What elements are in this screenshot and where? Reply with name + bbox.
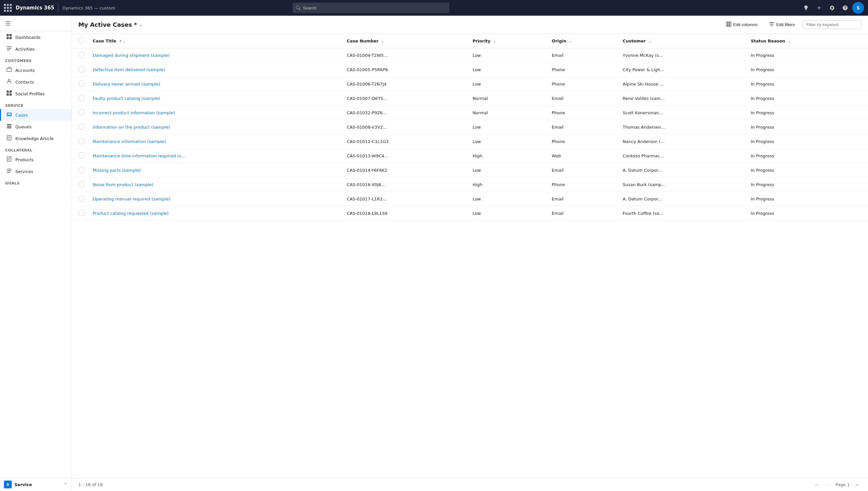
col-header-case-number[interactable]: Case Number ⌄	[343, 34, 469, 48]
hamburger-menu[interactable]: ☰	[5, 20, 10, 27]
row-priority: Low	[469, 63, 548, 77]
sort-icon-origin: ⌄	[569, 39, 572, 43]
lightbulb-button[interactable]	[800, 2, 812, 14]
row-origin: Phone	[548, 135, 619, 149]
filter-by-keyword-input[interactable]	[803, 20, 862, 29]
table-row[interactable]: Incorrect product information (sample) C…	[72, 106, 868, 120]
col-header-origin[interactable]: Origin ⌄	[548, 34, 619, 48]
svg-rect-28	[728, 22, 729, 26]
row-checkbox[interactable]	[78, 167, 85, 173]
row-case-title[interactable]: Faulty product catalog (sample)	[89, 91, 343, 106]
row-case-title[interactable]: Noise from product (sample)	[89, 178, 343, 192]
row-select-cell[interactable]	[72, 135, 89, 149]
col-header-customer[interactable]: Customer ⌄	[619, 34, 747, 48]
row-select-cell[interactable]	[72, 77, 89, 91]
sort-icon-case-title: ↑ ⌄	[119, 39, 126, 43]
row-select-cell[interactable]	[72, 149, 89, 163]
svg-point-8	[8, 79, 10, 81]
row-select-cell[interactable]	[72, 206, 89, 221]
row-select-cell[interactable]	[72, 91, 89, 106]
first-page-button[interactable]: ⇤	[813, 481, 821, 488]
table-row[interactable]: Operating manual required (sample) CAS-0…	[72, 192, 868, 206]
row-case-title[interactable]: Delivery never arrived (sample)	[89, 77, 343, 91]
row-select-cell[interactable]	[72, 63, 89, 77]
row-case-title[interactable]: Maintenance information (sample)	[89, 135, 343, 149]
col-header-priority[interactable]: Priority ⌄	[469, 34, 548, 48]
next-page-button[interactable]: →	[852, 481, 862, 488]
edit-columns-button[interactable]: Edit columns	[722, 20, 761, 30]
row-checkbox[interactable]	[78, 80, 85, 87]
edit-filters-button[interactable]: Edit filters	[765, 20, 799, 30]
select-all-header[interactable]	[72, 34, 89, 48]
sidebar-item-cases[interactable]: Cases	[0, 109, 71, 121]
row-case-title[interactable]: Maintenance time information required (s…	[89, 149, 343, 163]
table-row[interactable]: Noise from product (sample) CAS-01016-X0…	[72, 178, 868, 192]
row-checkbox[interactable]	[78, 138, 85, 144]
col-header-case-title[interactable]: Case Title ↑ ⌄	[89, 34, 343, 48]
sidebar-item-queues[interactable]: Queues	[0, 121, 71, 133]
table-row[interactable]: Maintenance information (sample) CAS-010…	[72, 135, 868, 149]
footer-chevron[interactable]: ⌃	[64, 482, 67, 487]
sidebar-item-activities[interactable]: Activities	[0, 43, 71, 55]
knowledge-article-icon	[6, 135, 12, 142]
app-launcher[interactable]	[4, 4, 12, 12]
cases-icon	[6, 112, 12, 118]
row-priority: Low	[469, 192, 548, 206]
row-checkbox[interactable]	[78, 109, 85, 116]
row-case-title[interactable]: Defective item delivered (sample)	[89, 63, 343, 77]
row-select-cell[interactable]	[72, 178, 89, 192]
edit-columns-icon	[726, 22, 731, 28]
row-select-cell[interactable]	[72, 106, 89, 120]
add-button[interactable]	[813, 2, 825, 14]
table-row[interactable]: Damaged during shipment (sample) CAS-010…	[72, 48, 868, 63]
table-row[interactable]: Delivery never arrived (sample) CAS-0100…	[72, 77, 868, 91]
sidebar-item-dashboards[interactable]: Dashboards	[0, 31, 71, 43]
row-checkbox[interactable]	[78, 66, 85, 73]
view-dropdown-icon[interactable]: ⌄	[139, 22, 143, 27]
settings-button[interactable]	[826, 2, 838, 14]
select-all-checkbox[interactable]	[78, 37, 85, 44]
sidebar-item-contacts[interactable]: Contacts	[0, 76, 71, 88]
sidebar-item-knowledge-article[interactable]: Knowledge Article	[0, 133, 71, 144]
row-checkbox[interactable]	[78, 123, 85, 130]
row-checkbox[interactable]	[78, 210, 85, 216]
row-checkbox[interactable]	[78, 195, 85, 202]
row-select-cell[interactable]	[72, 163, 89, 178]
row-checkbox[interactable]	[78, 95, 85, 101]
sidebar-item-services[interactable]: Services	[0, 166, 71, 177]
row-case-title[interactable]: Damaged during shipment (sample)	[89, 48, 343, 63]
row-select-cell[interactable]	[72, 48, 89, 63]
table-row[interactable]: Maintenance time information required (s…	[72, 149, 868, 163]
prev-page-button[interactable]: ←	[824, 481, 833, 488]
pagination-controls: ⇤ ← Page 1 →	[813, 481, 862, 488]
sidebar-item-social-profiles[interactable]: Social Profiles	[0, 88, 71, 99]
col-header-status-reason[interactable]: Status Reason ⌄	[747, 34, 868, 48]
table-row[interactable]: Missing parts (sample) CAS-01014-Y6F6K2 …	[72, 163, 868, 178]
table-row[interactable]: Faulty product catalog (sample) CAS-0100…	[72, 91, 868, 106]
row-checkbox[interactable]	[78, 181, 85, 187]
table-row[interactable]: Information on the product (sample) CAS-…	[72, 120, 868, 135]
help-button[interactable]	[839, 2, 851, 14]
global-search[interactable]	[293, 3, 449, 13]
row-case-number: CAS-01032-P9Z6...	[343, 106, 469, 120]
row-checkbox[interactable]	[78, 52, 85, 58]
row-case-title[interactable]: Incorrect product information (sample)	[89, 106, 343, 120]
row-customer: Alpine Ski House ...	[619, 77, 747, 91]
sidebar-item-products[interactable]: Products	[0, 154, 71, 166]
row-select-cell[interactable]	[72, 192, 89, 206]
row-case-title[interactable]: Information on the product (sample)	[89, 120, 343, 135]
row-origin: Email	[548, 48, 619, 63]
search-input[interactable]	[303, 5, 446, 10]
user-avatar[interactable]: S	[852, 2, 864, 14]
row-case-title[interactable]: Missing parts (sample)	[89, 163, 343, 178]
row-select-cell[interactable]	[72, 120, 89, 135]
row-checkbox[interactable]	[78, 152, 85, 158]
row-case-number: CAS-01011-C1L1G3	[343, 135, 469, 149]
footer-service-label[interactable]: S Service	[4, 481, 32, 488]
row-origin: Email	[548, 120, 619, 135]
row-case-title[interactable]: Product catalog requested (sample)	[89, 206, 343, 221]
table-row[interactable]: Defective item delivered (sample) CAS-01…	[72, 63, 868, 77]
table-row[interactable]: Product catalog requested (sample) CAS-0…	[72, 206, 868, 221]
sidebar-item-accounts[interactable]: Accounts	[0, 64, 71, 76]
row-case-title[interactable]: Operating manual required (sample)	[89, 192, 343, 206]
